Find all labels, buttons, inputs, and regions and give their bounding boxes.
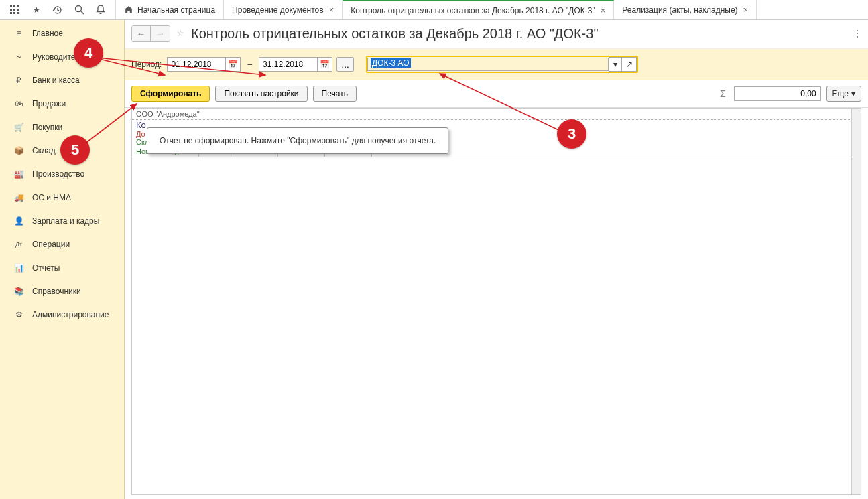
dtkt-icon: Дт [13,241,24,248]
sidebar-item-label: Операции [32,240,70,249]
tab-realizatsiya[interactable]: Реализация (акты, накладные) × [614,0,757,19]
ruble-icon: ₽ [13,76,24,85]
sidebar-item-purchases[interactable]: 🛒Покупки [0,115,124,139]
history-icon[interactable] [47,0,68,20]
sidebar-item-label: Производство [32,169,84,179]
sidebar-item-bank[interactable]: ₽Банк и касса [0,68,124,92]
page-title: Контроль отрицательных остатков за Декаб… [191,26,599,42]
tab-home[interactable]: Начальная страница [116,0,224,19]
show-settings-button[interactable]: Показать настройки [215,86,307,102]
report-area: ООО "Андромеда" Ко До Склад Номенклатура… [131,108,861,495]
factory-icon: 🏭 [13,169,24,179]
sidebar-item-admin[interactable]: ⚙Администрирование [0,303,124,326]
truck-icon: 🚚 [13,193,24,202]
back-button[interactable]: ← [132,26,151,41]
tab-label: Проведение документов [232,5,324,15]
print-button[interactable]: Печать [313,86,357,102]
dash: – [247,60,252,69]
svg-rect-8 [17,12,19,14]
sidebar-item-hr[interactable]: 👤Зарплата и кадры [0,209,124,232]
form-button[interactable]: Сформировать [131,86,210,102]
calendar-icon[interactable]: 📅 [225,58,240,71]
page-menu-icon[interactable]: ⋮ [853,29,861,38]
sidebar-item-label: Банк и касса [32,76,80,85]
svg-rect-5 [17,9,19,11]
page-header: ← → ☆ Контроль отрицательных остатков за… [125,20,868,49]
sidebar-item-sales[interactable]: 🛍Продажи [0,92,124,115]
report-tooltip: Отчет не сформирован. Нажмите "Сформиров… [147,127,448,154]
organization-input[interactable]: ДОК-3 АО [367,58,609,71]
close-icon[interactable]: × [329,5,334,15]
svg-rect-1 [13,5,15,7]
sidebar-item-label: Администрирование [32,310,109,319]
sidebar-item-reports[interactable]: 📊Отчеты [0,256,124,279]
date-from-input[interactable] [168,58,225,71]
system-toolbar: ★ [0,0,116,19]
sidebar-item-label: Главное [32,29,63,38]
star-icon[interactable]: ★ [25,0,47,20]
home-icon [124,5,133,14]
top-bar: ★ Начальная страница Проведение документ… [0,0,868,20]
sidebar-item-catalogs[interactable]: 📚Справочники [0,279,124,303]
forward-button[interactable]: → [151,26,170,41]
sidebar-item-label: ОС и НМА [32,193,71,202]
tab-negative-control[interactable]: Контроль отрицательных остатков за Декаб… [343,0,614,19]
period-label: Период: [131,60,162,69]
open-icon[interactable]: ↗ [622,57,637,72]
search-icon[interactable] [68,0,90,20]
nav-buttons: ← → [131,25,170,42]
sidebar-item-main[interactable]: ≡Главное [0,21,124,45]
sidebar-item-label: Отчеты [32,263,60,273]
svg-rect-2 [17,5,19,7]
favorite-star-icon[interactable]: ☆ [177,29,184,38]
cart-icon: 🛒 [13,123,24,132]
dropdown-icon[interactable]: ▾ [609,57,622,72]
close-icon[interactable]: × [601,5,606,15]
action-bar: Сформировать Показать настройки Печать Σ… [125,80,868,108]
sidebar-item-operations[interactable]: ДтОперации [0,232,124,256]
scrollbar[interactable] [851,109,861,494]
report-company: ООО "Андромеда" [132,109,861,120]
chart-icon: ~ [13,52,24,62]
books-icon: 📚 [13,287,24,296]
person-icon: 👤 [13,216,24,226]
sum-input[interactable] [734,86,821,101]
tabs-bar: Начальная страница Проведение документов… [116,0,868,19]
sidebar-item-manager[interactable]: ~Руководителю [0,45,124,68]
sidebar: ≡Главное ~Руководителю ₽Банк и касса 🛍Пр… [0,20,125,499]
sidebar-item-assets[interactable]: 🚚ОС и НМА [0,186,124,209]
close-icon[interactable]: × [743,5,749,15]
more-button[interactable]: Еще▾ [826,86,861,102]
period-picker-button[interactable]: ... [336,57,354,72]
content-area: ← → ☆ Контроль отрицательных остатков за… [125,20,868,499]
filter-bar: Период: 📅 – 📅 ... ДОК-3 АО ▾ ↗ [125,49,868,80]
sidebar-item-label: Продажи [32,99,66,109]
sidebar-item-label: Зарплата и кадры [32,216,99,226]
annotation-marker-3: 3 [557,119,586,149]
svg-rect-4 [13,9,15,11]
sidebar-item-label: Склад [32,146,56,155]
svg-rect-7 [13,12,15,14]
tab-documents[interactable]: Проведение документов × [224,0,343,19]
apps-icon[interactable] [4,0,25,20]
tab-label: Реализация (акты, накладные) [622,5,737,15]
tab-label: Начальная страница [137,5,215,15]
bell-icon[interactable] [90,0,111,20]
svg-point-9 [75,6,81,12]
organization-field[interactable]: ДОК-3 АО ▾ ↗ [366,56,638,73]
gear-icon: ⚙ [13,310,24,319]
date-to-field[interactable]: 📅 [259,57,332,72]
annotation-marker-4: 4 [74,38,103,68]
sidebar-item-production[interactable]: 🏭Производство [0,162,124,186]
annotation-marker-5: 5 [60,135,90,165]
date-to-input[interactable] [259,58,317,71]
sidebar-item-label: Покупки [32,123,62,132]
svg-line-10 [80,11,84,15]
date-from-field[interactable]: 📅 [167,57,241,72]
svg-rect-6 [10,12,12,14]
box-icon: 📦 [13,146,24,155]
sidebar-item-label: Справочники [32,287,81,296]
bag-icon: 🛍 [13,99,24,109]
calendar-icon[interactable]: 📅 [317,58,332,71]
sigma-icon: Σ [720,88,726,99]
